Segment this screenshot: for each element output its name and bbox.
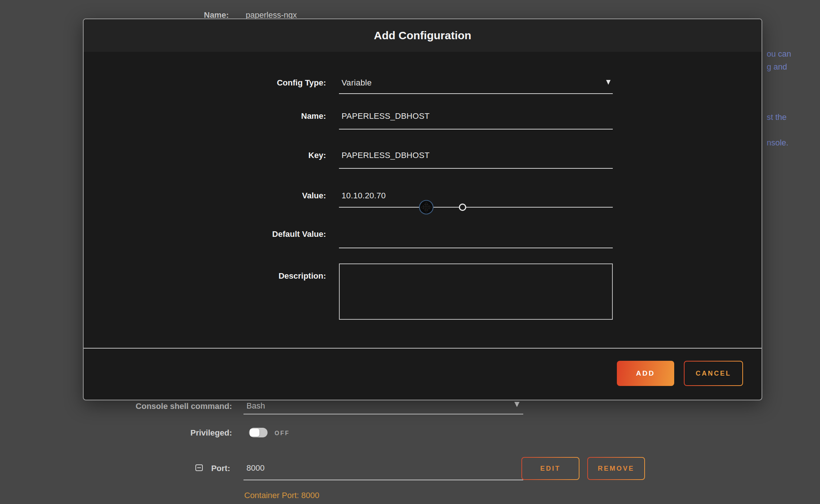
port-remove-button[interactable]: REMOVE — [587, 457, 645, 480]
port-label: Port: — [178, 464, 230, 473]
add-configuration-dialog: Add Configuration Config Type: Variable … — [83, 19, 762, 400]
field-underline — [339, 93, 613, 94]
port-input[interactable]: 8000 — [243, 462, 523, 480]
bg-help-text-fragment: ou can — [767, 49, 791, 59]
key-field-label: Key: — [178, 151, 326, 160]
privileged-toggle-state: OFF — [275, 430, 290, 437]
port-value: 8000 — [246, 463, 265, 473]
privileged-toggle[interactable] — [249, 428, 268, 437]
console-shell-command-value: Bash — [246, 401, 265, 411]
console-shell-command-label: Console shell command: — [111, 401, 232, 411]
dropdown-arrow-icon — [514, 402, 520, 407]
field-underline — [339, 168, 613, 169]
bg-help-text-fragment: st the — [767, 112, 787, 122]
screen: Name: paperless-ngx ou can g and st the … — [0, 0, 820, 504]
dropdown-arrow-icon — [606, 80, 611, 85]
dialog-header: Add Configuration — [84, 19, 762, 52]
value-input[interactable]: 10.10.20.70 — [342, 191, 386, 201]
container-port-note: Container Port: 8000 — [244, 491, 319, 500]
description-field-label: Description: — [178, 271, 326, 281]
config-type-value: Variable — [342, 78, 372, 88]
toggle-knob-icon — [250, 429, 259, 437]
description-textarea[interactable] — [339, 263, 613, 320]
dialog-title: Add Configuration — [374, 29, 471, 42]
bg-help-text-fragment: nsole. — [767, 138, 789, 148]
console-shell-command-select[interactable]: Bash — [243, 400, 523, 415]
field-underline — [339, 207, 613, 208]
circle-cursor-icon — [459, 204, 466, 211]
bg-help-text-fragment: g and — [767, 62, 787, 72]
field-underline — [243, 414, 523, 414]
add-button[interactable]: ADD — [617, 361, 674, 386]
field-underline — [339, 248, 613, 248]
default-value-field-label: Default Value: — [178, 229, 326, 239]
value-field-label: Value: — [178, 191, 326, 201]
config-type-select[interactable]: Variable — [339, 75, 615, 94]
dialog-footer-divider — [84, 348, 762, 349]
name-field-label: Name: — [178, 111, 326, 121]
name-input[interactable]: PAPERLESS_DBHOST — [342, 111, 430, 121]
privileged-label: Privileged: — [148, 428, 232, 438]
key-input[interactable]: PAPERLESS_DBHOST — [342, 151, 430, 160]
field-underline — [339, 129, 613, 130]
config-type-label: Config Type: — [178, 78, 326, 88]
move-cursor-icon — [419, 199, 434, 215]
cancel-button[interactable]: CANCEL — [684, 361, 743, 386]
field-underline — [243, 480, 523, 480]
port-edit-button[interactable]: EDIT — [521, 457, 579, 480]
